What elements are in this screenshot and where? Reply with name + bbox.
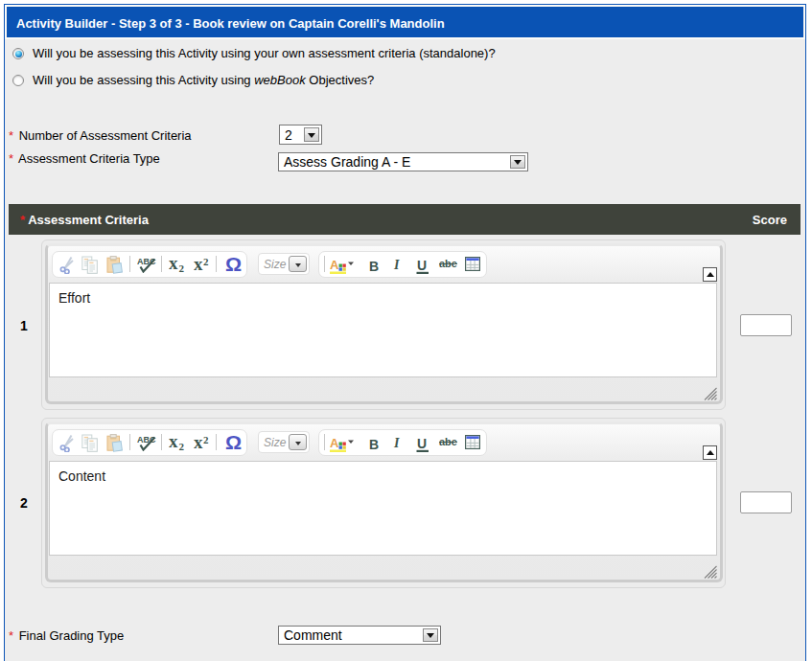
svg-text:U: U bbox=[417, 258, 427, 273]
svg-text:x: x bbox=[194, 435, 203, 452]
svg-text:2: 2 bbox=[203, 257, 209, 267]
svg-text:U: U bbox=[417, 436, 427, 451]
svg-text:x: x bbox=[194, 257, 203, 274]
svg-text:2: 2 bbox=[203, 435, 209, 445]
svg-text:2: 2 bbox=[179, 262, 185, 274]
svg-text:2: 2 bbox=[179, 441, 185, 452]
svg-text:x: x bbox=[169, 256, 178, 273]
svg-text:A: A bbox=[330, 436, 339, 450]
svg-text:Ω: Ω bbox=[225, 257, 242, 275]
svg-text:Ω: Ω bbox=[225, 435, 242, 453]
svg-text:x: x bbox=[169, 434, 178, 451]
svg-text:A: A bbox=[330, 258, 339, 272]
